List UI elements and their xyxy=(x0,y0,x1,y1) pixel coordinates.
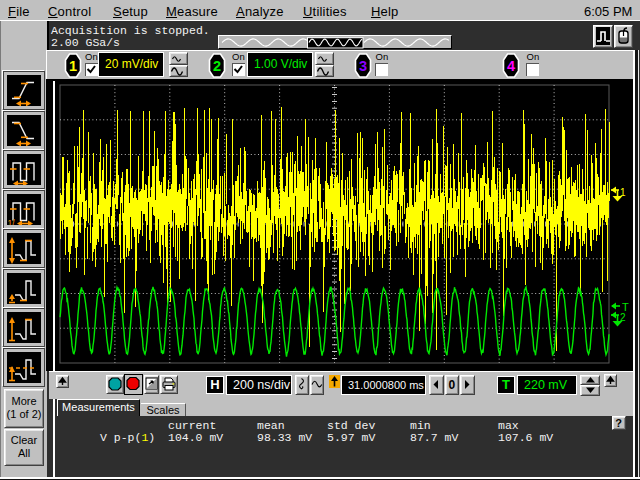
svg-text:2: 2 xyxy=(213,58,221,74)
svg-text:1: 1 xyxy=(620,187,626,198)
svg-text:2: 2 xyxy=(620,312,626,323)
svg-text:1/: 1/ xyxy=(8,217,16,225)
svg-text:3: 3 xyxy=(358,58,366,74)
svg-text:4: 4 xyxy=(506,58,514,74)
svg-text:1: 1 xyxy=(69,58,77,74)
